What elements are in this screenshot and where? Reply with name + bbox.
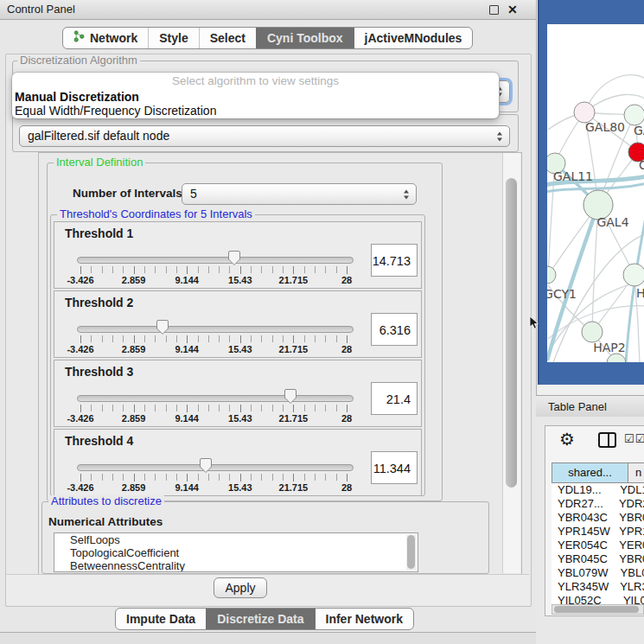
cell-name[interactable]: YBR0 — [617, 511, 644, 525]
cell-shared-name[interactable]: YDL19... — [552, 483, 618, 497]
attribute-list-item[interactable]: TopologicalCoefficient — [54, 546, 418, 559]
column-split-icon[interactable] — [598, 432, 616, 448]
close-icon[interactable]: ✕ — [507, 0, 518, 19]
slider-tick-label: 28 — [321, 413, 373, 424]
cell-shared-name[interactable]: YBL079W — [552, 566, 619, 580]
cell-name[interactable]: YIL0 — [622, 594, 644, 604]
table-data-combobox[interactable]: galFiltered.sif default node — [19, 125, 510, 147]
tab-style[interactable]: Style — [148, 28, 198, 48]
number-of-intervals-combobox[interactable]: 5 — [182, 183, 417, 205]
slider-track[interactable] — [77, 395, 354, 402]
slider-thumb[interactable] — [199, 457, 213, 474]
network-node-gcy1[interactable] — [547, 266, 556, 284]
tab-discretize-data[interactable]: Discretize Data — [206, 609, 314, 629]
cell-name[interactable]: YLR3 — [618, 580, 644, 594]
table-row[interactable]: YER054CYER0 — [552, 539, 644, 552]
slider-ticks — [80, 474, 348, 481]
tab-select[interactable]: Select — [199, 28, 256, 48]
cell-shared-name[interactable]: YER054C — [552, 539, 617, 552]
cell-name[interactable]: YER0 — [617, 539, 644, 552]
tab-infer-network[interactable]: Infer Network — [315, 609, 413, 629]
apply-button[interactable]: Apply — [214, 577, 267, 598]
slider-tick-label: 15.43 — [214, 275, 266, 285]
table-hscrollbar-thumb[interactable] — [554, 606, 639, 613]
cell-shared-name[interactable]: YIL052C — [552, 594, 622, 604]
list-scrollbar-thumb[interactable] — [407, 535, 415, 569]
network-node-cut-topright[interactable] — [624, 105, 644, 125]
slider-thumb[interactable] — [156, 319, 169, 335]
threshold-4-panel: Threshold 4 -3.4262.8599.14415.4321.7152… — [54, 429, 422, 496]
attribute-list-item[interactable]: BetweennessCentrality — [54, 559, 418, 572]
cell-name[interactable]: YDL1 — [618, 483, 644, 497]
attribute-list-item[interactable]: SelfLoops — [54, 533, 418, 546]
cell-name[interactable]: YDR2 — [617, 497, 644, 511]
screenshot-root: Control Panel ✕ Network Style Se — [0, 0, 644, 644]
tab-network[interactable]: Network — [63, 28, 148, 48]
threshold-3-value[interactable]: 21.4 — [371, 382, 418, 415]
slider-tick-label: 9.144 — [161, 413, 213, 424]
cell-shared-name[interactable]: YBR045C — [552, 552, 617, 566]
dropdown-option-equal-width-frequency[interactable]: Equal Width/Frequency Discretization — [12, 104, 499, 118]
tab-network-label: Network — [90, 28, 137, 48]
settings-scrollbar-thumb[interactable] — [506, 178, 517, 488]
network-node-h[interactable] — [623, 264, 644, 286]
slider-major-tick — [187, 474, 188, 481]
network-node-hap2[interactable] — [582, 322, 603, 342]
slider-major-tick — [347, 474, 348, 481]
table-row[interactable]: YDL19...YDL1 — [552, 483, 644, 497]
control-panel-tabbar: Network Style Select Cyni Toolbox jActiv… — [62, 27, 473, 49]
threshold-2-label: Threshold 2 — [65, 296, 133, 309]
slider-major-tick — [134, 474, 135, 481]
list-scrollbar[interactable] — [406, 534, 417, 571]
slider-track[interactable] — [77, 326, 354, 333]
table-header-shared-name[interactable]: shared... — [552, 462, 628, 483]
threshold-2-value[interactable]: 6.316 — [371, 313, 418, 346]
table-rows[interactable]: YDL19...YDL1YDR27...YDR2YBR043CYBR0YPR14… — [552, 483, 644, 604]
cell-shared-name[interactable]: YBR043C — [552, 511, 617, 525]
dropdown-option-manual-discretization[interactable]: Manual Discretization — [12, 90, 499, 104]
table-row[interactable]: YPR145WYPR1 — [552, 525, 644, 539]
slider-ticks — [80, 266, 348, 273]
slider-track[interactable] — [77, 464, 354, 471]
interval-definition-group-title: Interval Definition — [54, 156, 145, 169]
table-row[interactable]: YBL079WYBL0 — [552, 566, 644, 580]
table-row[interactable]: YDR27...YDR2 — [552, 497, 644, 511]
table-header-name[interactable]: n — [628, 462, 644, 483]
cell-shared-name[interactable]: YPR145W — [552, 525, 617, 539]
table-row[interactable]: YIL052CYIL0 — [552, 594, 644, 604]
float-window-icon[interactable] — [489, 5, 499, 15]
node-label-cut-c: C — [639, 158, 644, 172]
control-panel: Control Panel ✕ Network Style Se — [0, 0, 537, 644]
cell-shared-name[interactable]: YDR27... — [552, 497, 617, 511]
slider-thumb[interactable] — [227, 250, 241, 266]
cell-name[interactable]: YPR1 — [617, 525, 644, 539]
threshold-4-value[interactable]: 11.344 — [371, 451, 418, 484]
cell-name[interactable]: YBR0 — [617, 552, 644, 566]
slider-major-tick — [187, 405, 188, 412]
tab-cyni-toolbox[interactable]: Cyni Toolbox — [256, 28, 354, 48]
cell-name[interactable]: YBL0 — [619, 566, 644, 580]
node-label-gal80: GAL80 — [585, 120, 625, 134]
network-canvas[interactable]: GAL80 GA C GAL11 GAL4 GCY1 H HAP2 — [547, 24, 644, 362]
checkbox-icons[interactable]: ☑☑ — [624, 432, 644, 445]
cell-shared-name[interactable]: YLR345W — [552, 580, 618, 594]
table-row[interactable]: YLR345WYLR3 — [552, 580, 644, 594]
settings-scrollbar[interactable] — [502, 153, 520, 573]
slider-major-tick — [134, 335, 135, 343]
table-row[interactable]: YBR043CYBR0 — [552, 511, 644, 525]
slider-major-tick — [240, 266, 241, 274]
slider-tick-labels: -3.4262.8599.14415.4321.71528 — [80, 275, 348, 285]
slider-major-tick — [293, 474, 294, 481]
slider-major-tick — [293, 405, 294, 412]
slider-track[interactable] — [77, 257, 354, 264]
table-row[interactable]: YBR045CYBR0 — [552, 552, 644, 566]
tab-impute-data[interactable]: Impute Data — [116, 609, 206, 629]
numerical-attributes-list[interactable]: SelfLoopsTopologicalCoefficientBetweenne… — [54, 532, 418, 572]
gear-icon[interactable]: ⚙ — [559, 430, 575, 449]
slider-thumb[interactable] — [284, 388, 297, 405]
tab-jactivemnodules[interactable]: jActiveMNodules — [354, 28, 473, 48]
table-horizontal-scrollbar[interactable] — [552, 604, 644, 615]
threshold-1-value[interactable]: 14.713 — [371, 244, 418, 277]
apply-footer — [6, 574, 529, 605]
control-panel-titlebar: Control Panel ✕ — [0, 0, 536, 20]
